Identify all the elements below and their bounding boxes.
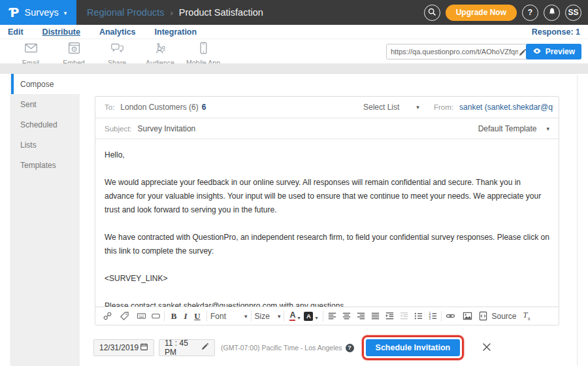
audience-icon: $ (154, 41, 167, 58)
timezone-help-badge[interactable]: ? (346, 344, 354, 352)
align-left-icon[interactable] (327, 311, 337, 321)
response-count[interactable]: Response: 1 (532, 27, 580, 37)
schedule-invitation-button[interactable]: Schedule Invitation (366, 339, 461, 356)
chevron-down-icon: ▾ (244, 313, 248, 320)
app-root: Ƥ Surveys ▾ Regional Products › Product … (0, 0, 588, 366)
search-button[interactable] (424, 5, 440, 21)
email-sidebar: Compose Sent Scheduled Lists Templates (11, 74, 80, 366)
tab-edit[interactable]: Edit (8, 27, 24, 37)
chevron-down-icon: ▾ (278, 313, 281, 320)
page-title: Product Satisfaction (179, 7, 263, 18)
toolbar-separator (441, 311, 442, 322)
survey-subnav: Edit Distribute Analytics Integration Re… (0, 25, 588, 39)
insert-link-icon[interactable] (102, 311, 112, 321)
tab-analytics[interactable]: Analytics (99, 27, 136, 37)
merge-tag-icon[interactable] (119, 311, 129, 321)
notifications-button[interactable] (544, 5, 560, 21)
hyperlink-icon[interactable] (445, 311, 455, 321)
template-dropdown[interactable]: Default Template ▾ (478, 124, 549, 133)
sidebar-item-templates[interactable]: Templates (11, 155, 80, 175)
email-body-editor[interactable]: Hello, We would appreciate your feedback… (95, 140, 559, 307)
distribute-toolbar: Email Embed Share $ Audience Mobile App (0, 39, 588, 64)
survey-url-input[interactable] (391, 48, 518, 56)
email-icon (24, 41, 38, 58)
to-label: To: (105, 103, 114, 111)
align-center-icon[interactable] (341, 311, 351, 321)
embed-icon (67, 41, 81, 58)
mobile-app-icon (197, 41, 210, 58)
outdent-icon (399, 311, 409, 321)
align-justify-icon[interactable] (370, 311, 380, 321)
button-insert-icon[interactable] (150, 311, 161, 321)
pencil-icon (201, 342, 209, 354)
breadcrumb-parent-link[interactable]: Regional Products (87, 7, 165, 18)
tab-distribute[interactable]: Distribute (42, 27, 80, 37)
svg-text:3: 3 (429, 317, 431, 320)
red-highlight-annotation: Schedule Invitation (362, 335, 465, 360)
preview-label: Preview (546, 47, 575, 56)
bold-button[interactable]: B (168, 311, 180, 322)
toolbar-separator (164, 311, 165, 322)
toolbar-separator (323, 311, 323, 322)
font-family-dropdown[interactable]: Font ▾ (210, 312, 248, 321)
sidebar-item-sent[interactable]: Sent (11, 94, 80, 114)
chevron-down-icon: ▾ (297, 315, 300, 321)
tab-integration[interactable]: Integration (155, 27, 197, 37)
source-button[interactable]: Source (478, 311, 516, 321)
toolbar-separator (284, 311, 284, 322)
to-value[interactable]: London Customers (6) (120, 103, 198, 112)
avatar[interactable]: SS (565, 5, 581, 21)
from-value[interactable]: sanket (sanket.shekdar@ques... (459, 103, 553, 112)
underline-button[interactable]: U (191, 311, 203, 322)
bullet-list-icon[interactable] (413, 311, 423, 321)
font-size-dropdown[interactable]: Size ▾ (255, 312, 281, 321)
subject-value[interactable]: Survey Invitation (138, 124, 196, 133)
keyboard-icon[interactable] (136, 311, 146, 321)
avatar-initials: SS (568, 8, 578, 17)
template-label: Default Template (478, 124, 537, 133)
chevron-down-icon: ▾ (315, 315, 318, 321)
subject-label: Subject: (105, 125, 132, 133)
timezone-label: (GMT-07:00) Pacific Time - Los Angeles (221, 344, 342, 352)
schedule-date-field[interactable]: 12/31/2019 (93, 339, 154, 356)
email-body-paragraph: We have contracted with QuestionPro, an … (105, 231, 549, 258)
background-color-button[interactable]: A ▾ (304, 312, 318, 321)
product-switcher[interactable]: Ƥ Surveys ▾ (0, 0, 76, 25)
sidebar-item-scheduled[interactable]: Scheduled (11, 114, 80, 135)
close-icon[interactable] (482, 342, 493, 354)
email-body-paragraph: <SURVEY_LINK> (105, 272, 549, 286)
size-dropdown-label: Size (255, 312, 270, 321)
rich-text-toolbar: B I U Font ▾ Size ▾ A ▾ (95, 307, 559, 325)
numbered-list-icon[interactable]: 123 (427, 311, 438, 321)
questionpro-logo-icon: Ƥ (10, 7, 20, 19)
insert-image-icon[interactable] (462, 311, 472, 321)
schedule-time-field[interactable]: 11 : 45 PM (159, 339, 215, 356)
header-actions: Upgrade Now ? SS (424, 0, 581, 25)
compose-panel: To: London Customers (6) 6 Select List ▾… (95, 96, 559, 325)
email-body-paragraph: Please contact sanket.shekdar@questionpr… (105, 299, 549, 307)
calendar-icon (140, 342, 148, 354)
product-menu-label: Surveys (24, 7, 58, 18)
survey-url-field[interactable] (386, 44, 531, 59)
schedule-row: 12/31/2019 11 : 45 PM (GMT-07:00) Pacifi… (93, 337, 493, 359)
indent-icon[interactable] (384, 311, 395, 321)
sidebar-item-lists[interactable]: Lists (11, 135, 80, 155)
text-color-button[interactable]: A ▾ (289, 311, 300, 322)
schedule-date-value: 12/31/2019 (99, 343, 139, 352)
preview-button[interactable]: Preview (526, 44, 581, 59)
email-body-paragraph: Hello, (105, 148, 549, 162)
align-right-icon[interactable] (355, 311, 366, 321)
remove-format-button[interactable]: Tx (523, 310, 531, 322)
sidebar-item-compose[interactable]: Compose (11, 74, 80, 94)
select-list-dropdown[interactable]: Select List ▾ (363, 103, 419, 112)
schedule-time-value: 11 : 45 PM (165, 339, 201, 357)
subject-row: Subject: Survey Invitation Default Templ… (95, 118, 559, 139)
email-body-paragraph: We would appreciate your feedback in our… (105, 176, 549, 217)
italic-button[interactable]: I (180, 311, 191, 322)
select-list-label: Select List (363, 103, 399, 112)
upgrade-now-button[interactable]: Upgrade Now (446, 5, 517, 21)
question-mark-icon: ? (528, 8, 532, 17)
breadcrumb-separator: › (171, 8, 173, 18)
help-button[interactable]: ? (522, 5, 538, 21)
background-color-glyph: A (304, 312, 313, 321)
